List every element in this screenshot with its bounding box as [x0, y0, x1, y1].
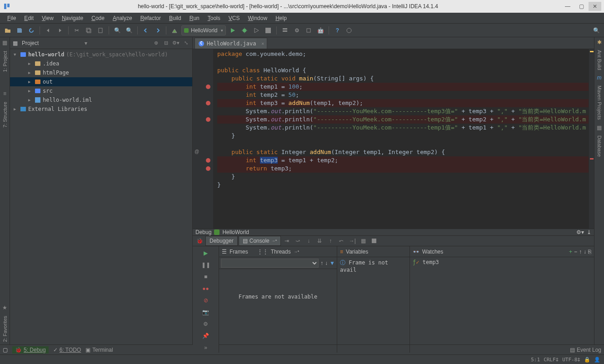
lock-icon[interactable]: 🔒 [584, 357, 590, 363]
pause-icon[interactable]: ❚❚ [201, 260, 211, 270]
debug-bug-icon[interactable]: 🐞 [195, 236, 205, 246]
stop-dbg-icon[interactable] [369, 236, 379, 246]
debug-tool-tab[interactable]: 🐞5: Debug [12, 346, 49, 354]
coverage-icon[interactable] [251, 25, 261, 35]
forward-icon[interactable] [153, 25, 163, 35]
threads-title[interactable]: Threads [271, 249, 291, 255]
right-tab-2[interactable]: Database [596, 133, 603, 160]
close-tab-icon[interactable]: ✕ [261, 41, 264, 46]
filter-icon[interactable]: ▼ [329, 260, 335, 266]
debug-icon[interactable] [240, 25, 250, 35]
eval-icon[interactable]: ▦ [358, 236, 368, 246]
stop2-icon[interactable]: ■ [201, 272, 211, 282]
watch-up-icon[interactable]: ↑ [579, 249, 582, 255]
menu-vcs[interactable]: VCS [225, 14, 244, 22]
gear-icon[interactable]: ⚙▾ [172, 40, 180, 47]
search-everywhere-icon[interactable]: 🔍 [591, 25, 601, 35]
camera-icon[interactable]: 📷 [201, 307, 211, 317]
more-icon[interactable]: » [201, 343, 211, 353]
force-step-icon[interactable]: ⇊ [314, 236, 324, 246]
code-area[interactable]: package com.youmeek.demo;public class He… [214, 49, 589, 229]
structure-icon[interactable] [280, 25, 290, 35]
make-icon[interactable] [170, 25, 180, 35]
project-view-label[interactable]: Project [22, 40, 82, 46]
ant-icon[interactable]: ✱ [597, 39, 602, 45]
prev-frame-icon[interactable]: ↑ [320, 260, 323, 266]
menu-file[interactable]: File [4, 14, 20, 22]
breakpoint-icon[interactable] [206, 158, 210, 163]
step-into-icon[interactable]: ↓ [304, 236, 314, 246]
hide-icon[interactable]: ⤡ [182, 40, 190, 47]
sdk-icon[interactable] [304, 25, 314, 35]
line-ending[interactable]: CRLF‡ [544, 357, 559, 363]
step-over-icon[interactable]: ⤻ [293, 236, 303, 246]
menu-build[interactable]: Build [165, 14, 185, 22]
tree-item[interactable]: ▶out [10, 77, 192, 86]
resume-icon[interactable]: ▶ [201, 248, 211, 258]
project-tree[interactable]: ▼ hello-world (E:\git_work_space\hello-w… [10, 49, 192, 344]
find-icon[interactable]: 🔍 [112, 25, 122, 35]
back-icon[interactable] [141, 25, 151, 35]
paste-icon[interactable] [95, 25, 105, 35]
structure-tool-icon[interactable]: ≡ [1, 90, 9, 97]
watch-item[interactable]: temp3 [423, 259, 439, 265]
thread-selector[interactable] [221, 259, 319, 268]
run-icon[interactable] [228, 25, 238, 35]
tree-item[interactable]: ▶hello-world.iml [10, 95, 192, 105]
right-tab-0[interactable]: Ant Build [596, 47, 603, 73]
maximize-button[interactable]: ▢ [575, 2, 588, 11]
menu-run[interactable]: Run [186, 14, 203, 22]
run-config-selector[interactable]: HelloWorld [181, 25, 226, 35]
debugger-tab[interactable]: Debugger [205, 236, 238, 246]
collapse-icon[interactable]: ⊟ [162, 40, 170, 47]
menu-view[interactable]: View [38, 14, 57, 22]
inspector-icon[interactable]: 👤 [594, 357, 600, 363]
open-icon[interactable] [3, 25, 13, 35]
step-out-icon[interactable]: ↑ [325, 236, 335, 246]
watch-down-icon[interactable]: ↓ [584, 249, 586, 255]
android-icon[interactable]: 🤖 [315, 25, 325, 35]
settings-icon[interactable]: ⚙ [292, 25, 302, 35]
tree-item[interactable]: ▶htmlPage [10, 68, 192, 77]
replace-icon[interactable]: 🔍 [124, 25, 134, 35]
encoding[interactable]: UTF-8‡ [562, 357, 580, 363]
remove-watch-icon[interactable]: − [574, 249, 577, 255]
gutter-override-icon[interactable]: @ [195, 149, 200, 155]
show-exec-icon[interactable]: ⇥ [282, 236, 292, 246]
right-tab-1[interactable]: Maven Projects [596, 83, 603, 123]
copy-icon[interactable] [84, 25, 94, 35]
menu-refactor[interactable]: Refactor [137, 14, 165, 22]
breakpoint-icon[interactable] [206, 101, 210, 105]
structure-tool-tab[interactable]: 7: Structure [1, 99, 9, 130]
redo-icon[interactable] [55, 25, 65, 35]
terminal-tool-tab[interactable]: ▣Terminal [85, 347, 113, 353]
settings2-icon[interactable]: ⚙ [201, 319, 211, 329]
menu-analyze[interactable]: Analyze [109, 14, 136, 22]
editor-gutter[interactable]: @ [193, 49, 214, 229]
menu-code[interactable]: Code [88, 14, 108, 22]
menu-tools[interactable]: Tools [204, 14, 224, 22]
tree-root[interactable]: ▼ hello-world (E:\git_work_space\hello-w… [10, 50, 192, 59]
pin-icon[interactable]: 📌 [201, 331, 211, 341]
sync-icon[interactable] [26, 25, 36, 35]
tool-window-icon[interactable]: ▢ [3, 347, 8, 353]
breakpoint-icon[interactable] [206, 117, 210, 122]
right-icon-0[interactable]: m [597, 75, 602, 81]
project-tool-tab[interactable]: 1: Project [1, 48, 9, 75]
cut-icon[interactable]: ✂ [72, 25, 82, 35]
debug-hide-icon[interactable]: ⤓ [587, 229, 591, 235]
tree-item[interactable]: ▶.idea [10, 59, 192, 68]
mute-bp-icon[interactable]: ⊘ [201, 295, 211, 305]
debug-gear-icon[interactable]: ⚙▾ [576, 229, 584, 235]
add-watch-icon[interactable]: + [569, 249, 572, 255]
right-icon-1[interactable]: ▦ [597, 125, 602, 131]
caret-position[interactable]: 5:1 [531, 357, 540, 363]
minimize-button[interactable]: — [561, 2, 574, 11]
next-frame-icon[interactable]: ↓ [325, 260, 328, 266]
menu-navigate[interactable]: Navigate [58, 14, 87, 22]
editor-body[interactable]: @ package com.youmeek.demo;public class … [193, 49, 594, 229]
drop-frame-icon[interactable]: ⤺ [336, 236, 346, 246]
tree-item[interactable]: ▶src [10, 86, 192, 95]
watches-body[interactable]: ƒ✓ temp3 [410, 257, 594, 353]
todo-tool-tab[interactable]: ✓6: TODO [53, 347, 81, 353]
